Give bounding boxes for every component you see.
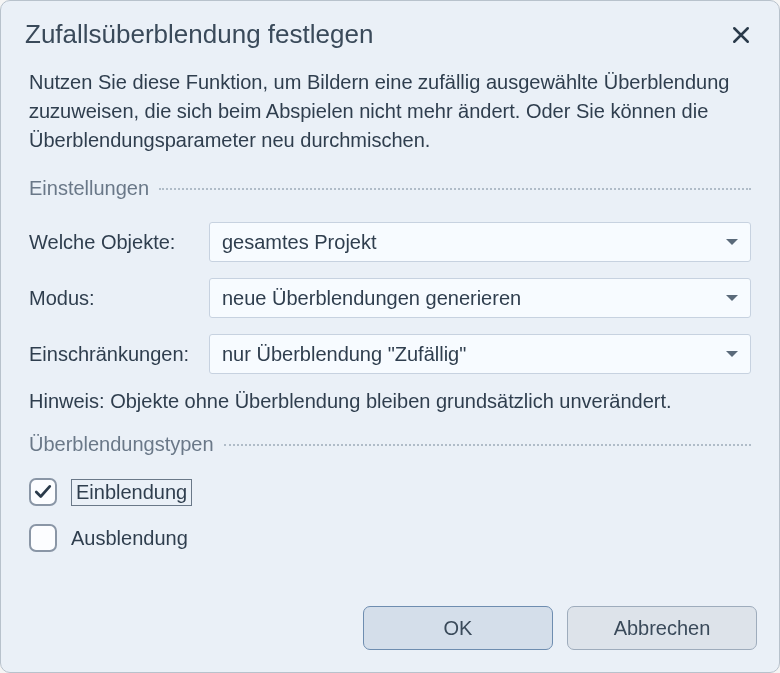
checkbox-row-fadein: Einblendung [29,478,751,506]
row-restrictions: Einschränkungen: nur Überblendung "Zufäl… [29,334,751,374]
section-types-header: Überblendungstypen [29,433,751,456]
row-mode: Modus: neue Überblendungen generieren [29,278,751,318]
restrictions-dropdown[interactable]: nur Überblendung "Zufällig" [209,334,751,374]
mode-label: Modus: [29,287,209,310]
section-settings-header: Einstellungen [29,177,751,200]
objects-value: gesamtes Projekt [222,231,377,254]
dialog-title: Zufallsüberblendung festlegen [25,19,373,50]
section-types-label: Überblendungstypen [29,433,224,456]
chevron-down-icon [726,239,738,245]
chevron-down-icon [726,351,738,357]
divider [159,188,751,190]
dialog-random-transition: Zufallsüberblendung festlegen Nutzen Sie… [0,0,780,673]
section-settings-label: Einstellungen [29,177,159,200]
restrictions-value: nur Überblendung "Zufällig" [222,343,466,366]
close-button[interactable] [727,21,755,49]
cancel-button[interactable]: Abbrechen [567,606,757,650]
check-icon [34,483,52,501]
mode-dropdown[interactable]: neue Überblendungen generieren [209,278,751,318]
checkbox-row-fadeout: Ausblendung [29,524,751,552]
description-text: Nutzen Sie diese Funktion, um Bildern ei… [29,68,751,155]
ok-button[interactable]: OK [363,606,553,650]
hint-text: Hinweis: Objekte ohne Überblendung bleib… [29,390,751,413]
dialog-footer: OK Abbrechen [1,606,779,672]
restrictions-label: Einschränkungen: [29,343,209,366]
objects-label: Welche Objekte: [29,231,209,254]
chevron-down-icon [726,295,738,301]
mode-value: neue Überblendungen generieren [222,287,521,310]
dialog-content: Nutzen Sie diese Funktion, um Bildern ei… [1,60,779,606]
fadein-checkbox[interactable] [29,478,57,506]
row-objects: Welche Objekte: gesamtes Projekt [29,222,751,262]
close-icon [732,26,750,44]
titlebar: Zufallsüberblendung festlegen [1,1,779,60]
fadeout-checkbox[interactable] [29,524,57,552]
divider [224,444,751,446]
objects-dropdown[interactable]: gesamtes Projekt [209,222,751,262]
fadein-label[interactable]: Einblendung [71,479,192,506]
fadeout-label[interactable]: Ausblendung [71,527,188,550]
